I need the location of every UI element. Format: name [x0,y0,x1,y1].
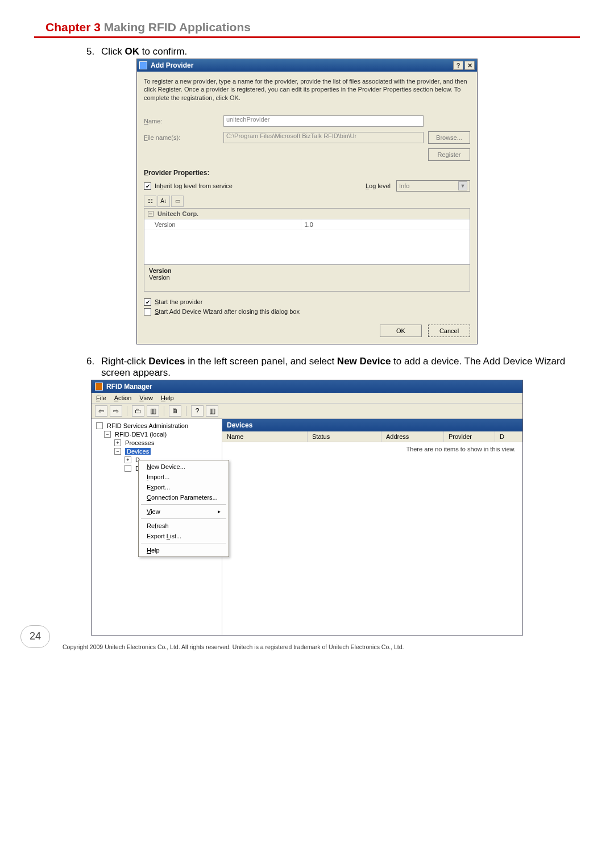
col-status[interactable]: Status [308,431,381,442]
file-label-rest: ile name(s): [148,134,180,141]
copyright-text: Copyright 2009 Unitech Electronics Co., … [63,643,591,650]
propgrid-row-val[interactable]: 1.0 [301,219,470,230]
propgrid-desc-title: Version [149,267,465,274]
step-text: Right-click Devices in the left screen p… [101,356,580,379]
collapse-icon[interactable]: − [148,211,154,217]
rfid-manager-window: RFID Manager File Action View Help ⇦ ⇨ 🗀… [91,380,523,636]
show-hide-tree-icon[interactable]: ▥ [147,405,159,417]
ctx-export-list[interactable]: Export List... [139,531,229,541]
start-provider-row[interactable]: ✔ Start the provider [144,298,470,306]
propgrid-category[interactable]: − Unitech Corp. [144,209,470,219]
s6b1: Devices [148,356,185,367]
sp-r: tart the provider [159,298,202,305]
ctx-separator [141,504,226,505]
file-label: File name(s): [144,134,223,141]
categorized-icon[interactable]: ☷ [144,196,156,207]
tree-root[interactable]: RFID Services Administration [94,421,219,430]
name-input[interactable]: unitechProvider [223,115,424,127]
ctx-separator [141,543,226,543]
ctx-new-device[interactable]: New Device... [139,462,229,472]
tree-processes[interactable]: + Processes [94,438,219,447]
forward-icon[interactable]: ⇨ [110,405,122,417]
menu-file[interactable]: File [96,394,106,401]
browse-button[interactable]: Browse... [428,131,470,144]
col-address[interactable]: Address [381,431,444,442]
ok-button[interactable]: OK [380,325,422,337]
propgrid-desc-body: Version [149,274,465,281]
s6t2: in the left screen panel, and select [185,356,337,367]
propgrid-row[interactable]: Version 1.0 [144,219,470,230]
menu-help[interactable]: Help [161,394,174,401]
plus-icon[interactable]: + [114,439,121,446]
ctx-separator [141,518,226,519]
minus-icon[interactable]: − [104,431,111,438]
mgr-toolbar: ⇦ ⇨ 🗀 ▥ 🗎 ? ▥ [92,404,522,419]
step-number: 6. [86,356,101,379]
plus-icon[interactable]: + [125,456,131,463]
start-provider-label: Start the provider [155,298,202,305]
ctx-export[interactable]: Export... [139,482,229,492]
back-icon[interactable]: ⇦ [95,405,107,417]
propgrid-description: Version Version [144,264,470,291]
provider-properties-label: Provider Properties: [144,169,470,177]
col-provider[interactable]: Provider [444,431,495,442]
start-wizard-row[interactable]: Start Add Device Wizard after closing th… [144,308,470,315]
up-icon[interactable]: 🗀 [132,405,144,417]
tree-devices[interactable]: − Devices [94,447,219,455]
col-d[interactable]: D [495,431,522,442]
close-icon[interactable]: ✕ [464,61,475,70]
s6b2: New Device [337,356,391,367]
menu-view[interactable]: View [139,394,153,401]
mgr-menubar: File Action View Help [92,393,522,404]
list-pane: Devices Name Status Address Provider D T… [222,419,522,635]
log-level-select[interactable]: Info ▼ [396,180,470,192]
propgrid-blank [144,230,470,264]
step-text: Click OK to confirm. [101,46,580,57]
sw-r: tart Add Device Wizard after closing thi… [159,308,300,315]
cancel-button[interactable]: Cancel [428,325,470,337]
name-label: Name: [144,118,223,124]
dialog-titlebar: Add Provider ? ✕ [137,59,477,72]
dialog-intro-text: To register a new provider, type a name … [144,77,470,102]
ctx-connection-params[interactable]: Connection Parameters... [139,492,229,502]
inherit-checkbox-row[interactable]: ✔ Inherit log level from service [144,182,233,190]
sort-az-icon[interactable]: A↓ [157,196,170,207]
file-label-u: F [144,134,148,141]
start-wizard-checkbox[interactable] [144,308,151,315]
tree-root-label: RFID Services Administration [107,422,188,429]
help-icon[interactable]: ? [453,61,463,70]
register-button[interactable]: Register [428,148,470,161]
minus-icon[interactable]: − [114,448,121,455]
col-name[interactable]: Name [222,431,308,442]
header-divider [34,36,580,38]
chapter-header: Chapter 3 Making RFID Applications [45,20,580,34]
export-list-icon[interactable]: 🗎 [169,405,181,417]
mgr-app-icon [95,383,103,391]
tree-pane: RFID Services Administration − RFID-DEV1… [92,419,222,635]
help-icon[interactable]: ? [191,405,204,417]
ctx-view[interactable]: View [139,506,229,517]
chapter-title: Making RFID Applications [101,20,251,34]
refresh-icon[interactable]: ▥ [206,405,218,417]
dialog-title: Add Provider [151,61,452,69]
tree-host[interactable]: − RFID-DEV1 (local) [94,430,219,438]
mgr-title-text: RFID Manager [106,383,152,391]
start-provider-checkbox[interactable]: ✔ [144,298,151,306]
file-input[interactable]: C:\Program Files\Microsoft BizTalk RFID\… [223,132,424,143]
inherit-checkbox[interactable]: ✔ [144,182,151,190]
inherit-r: erit log level from service [163,182,233,189]
menu-action[interactable]: Action [114,394,132,401]
tree-root-icon [96,422,103,429]
ctx-import[interactable]: Import... [139,472,229,482]
step-6: 6. Right-click Devices in the left scree… [86,356,580,379]
ctx-help[interactable]: Help [139,545,229,555]
log-level-value: Info [399,182,409,189]
propgrid-pages-icon[interactable]: ▭ [171,196,184,207]
propgrid-category-label: Unitech Corp. [157,210,198,217]
inherit-p: In [155,182,160,189]
empty-message: There are no items to show in this view. [222,442,522,456]
name-label-rest: ame: [148,118,162,124]
ctx-refresh[interactable]: Refresh [139,521,229,531]
toolbar-separator [127,406,127,416]
step-5: 5. Click OK to confirm. [86,46,580,57]
